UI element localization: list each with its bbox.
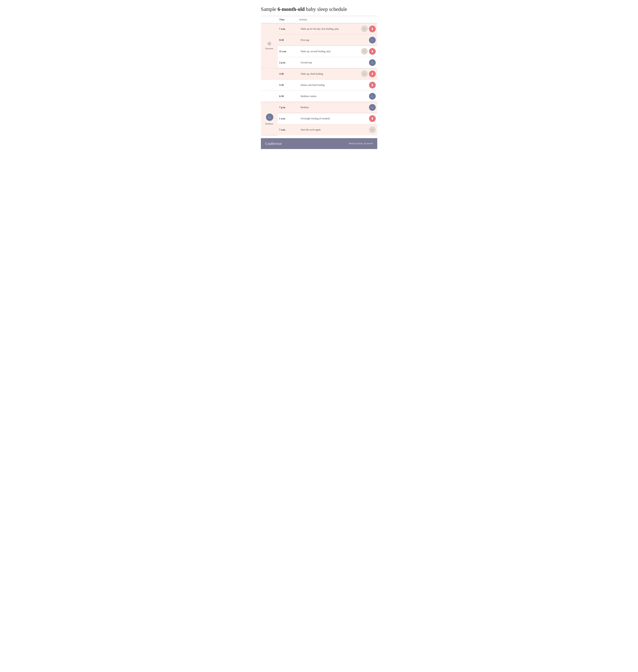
svg-rect-27 bbox=[372, 85, 373, 86]
icons-cell bbox=[353, 23, 377, 35]
time-cell: 7 a.m. bbox=[278, 124, 299, 135]
activity-cell: Wake up for the day, first feeding, play bbox=[299, 23, 353, 35]
table-row: 11 a.m. Wake up, second feeding, play bbox=[261, 46, 377, 57]
daytime-icon bbox=[267, 41, 271, 46]
header-activity: Activity bbox=[299, 16, 353, 23]
baby-icon bbox=[361, 25, 368, 32]
table-row: Daytime 7 a.m. Wake up for the day, firs… bbox=[261, 23, 377, 35]
icons-cell bbox=[353, 68, 377, 80]
table-row: 2 p.m. Second nap bbox=[261, 57, 377, 68]
activity-cell: Dinner and final feeding bbox=[299, 80, 353, 91]
header-side-empty bbox=[261, 16, 278, 23]
footer-brand: Cradlewise bbox=[265, 141, 282, 146]
svg-rect-8 bbox=[372, 29, 373, 30]
moon-icon bbox=[369, 104, 376, 111]
footer-tagline: Made by parents, for parents bbox=[349, 142, 373, 145]
bottle-icon bbox=[369, 71, 376, 77]
svg-rect-22 bbox=[372, 73, 373, 73]
svg-rect-14 bbox=[372, 50, 373, 51]
icons-cell bbox=[353, 91, 377, 102]
empty-side bbox=[261, 68, 278, 80]
icons-cell bbox=[353, 124, 377, 135]
bottle-icon bbox=[369, 82, 376, 88]
baby-icon bbox=[369, 126, 376, 133]
time-cell: 11 a.m. bbox=[278, 46, 299, 57]
time-cell: 3:30 bbox=[278, 68, 299, 80]
time-cell: 5:30 bbox=[278, 80, 299, 91]
svg-rect-25 bbox=[372, 84, 373, 84]
moon-icon bbox=[369, 59, 376, 66]
svg-point-0 bbox=[267, 41, 271, 46]
svg-point-33 bbox=[372, 106, 373, 108]
header-time: Time bbox=[278, 16, 299, 23]
icons-cell bbox=[353, 57, 377, 68]
schedule-table: Time Activity bbox=[261, 16, 377, 135]
svg-point-18 bbox=[372, 62, 373, 63]
daytime-label: Daytime bbox=[265, 47, 273, 50]
bedtime-label: Bedtime bbox=[265, 122, 273, 125]
empty-side bbox=[261, 91, 278, 102]
svg-rect-34 bbox=[372, 117, 373, 118]
time-cell: 7 p.m. bbox=[278, 102, 299, 113]
activity-cell: Start the cycle again bbox=[299, 124, 353, 135]
svg-rect-6 bbox=[372, 28, 373, 28]
baby-icon bbox=[361, 70, 368, 77]
activity-cell: Second nap bbox=[299, 57, 353, 68]
header-icons-empty bbox=[353, 16, 377, 23]
table-row: 7 a.m. Start the cycle again bbox=[261, 124, 377, 135]
moon-large-icon bbox=[266, 114, 273, 121]
table-row: 5:30 Dinner and final feeding bbox=[261, 80, 377, 91]
time-cell: 9:30 bbox=[278, 35, 299, 46]
svg-point-31 bbox=[269, 116, 271, 118]
baby-icon bbox=[361, 48, 368, 55]
time-cell: 6:30 bbox=[278, 91, 299, 102]
icons-cell bbox=[353, 113, 377, 124]
bedtime-icon bbox=[265, 114, 273, 121]
time-cell: 7 a.m. bbox=[278, 23, 299, 35]
svg-point-10 bbox=[372, 39, 373, 40]
activity-cell: Bedtime routine bbox=[299, 91, 353, 102]
svg-point-29 bbox=[372, 95, 373, 97]
activity-cell: Wake up, third feeding bbox=[299, 68, 353, 80]
svg-rect-36 bbox=[372, 118, 373, 119]
activity-cell: Overnight feeding (if needed) bbox=[299, 113, 353, 124]
daytime-section-label: Daytime bbox=[261, 23, 278, 68]
table-row: 3:30 Wake up, third feeding bbox=[261, 68, 377, 80]
footer-bar: Cradlewise Made by parents, for parents bbox=[261, 138, 377, 149]
activity-cell: Bedtime bbox=[299, 102, 353, 113]
table-row: 6:30 Bedtime routine bbox=[261, 91, 377, 102]
bedtime-section-label: Bedtime bbox=[261, 102, 278, 135]
svg-rect-16 bbox=[372, 51, 373, 52]
page-container: Sample 6-month-old baby sleep schedule T… bbox=[261, 6, 377, 149]
time-cell: 1 a.m. bbox=[278, 113, 299, 124]
icons-cell bbox=[353, 102, 377, 113]
time-cell: 2 p.m. bbox=[278, 57, 299, 68]
icons-cell bbox=[353, 46, 377, 57]
page-title: Sample 6-month-old baby sleep schedule bbox=[261, 6, 377, 12]
bottle-icon bbox=[369, 25, 376, 32]
bottle-icon bbox=[369, 48, 376, 55]
table-header: Time Activity bbox=[261, 16, 377, 23]
activity-cell: Wake up, second feeding, play bbox=[299, 46, 353, 57]
icons-cell bbox=[353, 35, 377, 46]
svg-rect-24 bbox=[372, 74, 373, 74]
bottle-icon bbox=[369, 115, 376, 122]
moon-icon bbox=[369, 37, 376, 44]
empty-side bbox=[261, 80, 278, 91]
moon-icon bbox=[369, 93, 376, 100]
table-row: 9:30 First nap bbox=[261, 35, 377, 46]
activity-cell: First nap bbox=[299, 35, 353, 46]
icons-cell bbox=[353, 80, 377, 91]
table-row: Bedtime 7 p.m. Bedtime bbox=[261, 102, 377, 113]
table-row: 1 a.m. Overnight feeding (if needed) bbox=[261, 113, 377, 124]
